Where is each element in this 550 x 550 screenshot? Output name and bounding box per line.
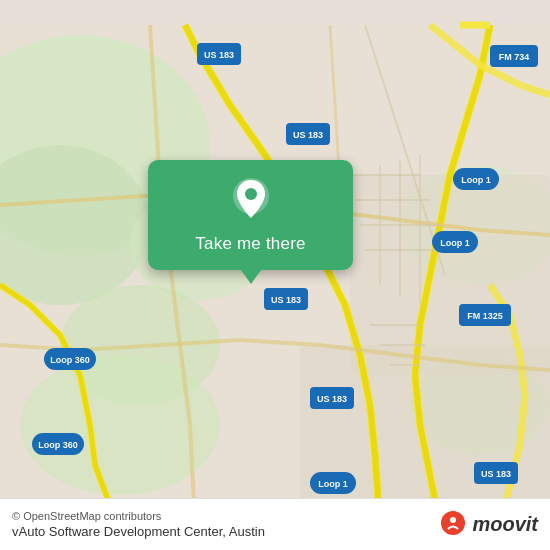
svg-text:Loop 360: Loop 360 bbox=[50, 355, 90, 365]
svg-text:US 183: US 183 bbox=[293, 130, 323, 140]
svg-text:FM 734: FM 734 bbox=[499, 52, 530, 62]
map-background: US 183 US 183 FM 734 Loop 1 Loop 1 US 18… bbox=[0, 0, 550, 550]
svg-text:Loop 1: Loop 1 bbox=[461, 175, 491, 185]
action-card: Take me there bbox=[148, 160, 353, 270]
pin-icon-container bbox=[233, 178, 269, 226]
svg-text:Loop 1: Loop 1 bbox=[318, 479, 348, 489]
svg-text:US 183: US 183 bbox=[204, 50, 234, 60]
moovit-brand-icon bbox=[437, 509, 469, 541]
map-attribution: © OpenStreetMap contributors bbox=[12, 510, 265, 522]
svg-text:Loop 360: Loop 360 bbox=[38, 440, 78, 450]
svg-point-47 bbox=[245, 188, 257, 200]
svg-text:US 183: US 183 bbox=[481, 469, 511, 479]
svg-text:FM 1325: FM 1325 bbox=[467, 311, 503, 321]
location-pin-icon bbox=[233, 178, 269, 222]
svg-text:US 183: US 183 bbox=[271, 295, 301, 305]
svg-point-49 bbox=[450, 517, 456, 523]
moovit-brand-text: moovit bbox=[472, 513, 538, 536]
bottom-bar: © OpenStreetMap contributors vAuto Softw… bbox=[0, 498, 550, 550]
location-name: vAuto Software Development Center, Austi… bbox=[12, 524, 265, 539]
moovit-logo: moovit bbox=[437, 509, 538, 541]
take-me-there-button[interactable]: Take me there bbox=[195, 234, 305, 254]
svg-text:Loop 1: Loop 1 bbox=[440, 238, 470, 248]
map-container: US 183 US 183 FM 734 Loop 1 Loop 1 US 18… bbox=[0, 0, 550, 550]
svg-text:US 183: US 183 bbox=[317, 394, 347, 404]
